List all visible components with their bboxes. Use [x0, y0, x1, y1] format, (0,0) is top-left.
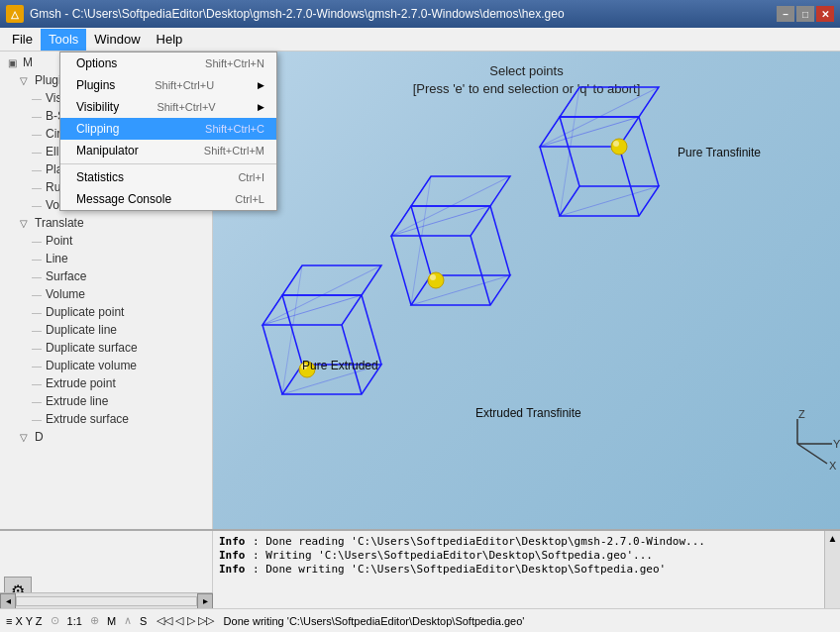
status-bar: ≡ X Y Z ⊙ 1:1 ⊕ M ∧ S ◁◁ ◁ ▷ ▷▷ Done wri… [0, 608, 840, 632]
scroll-up-arrow[interactable]: ▲ [828, 533, 838, 544]
log-label-2: Info [219, 549, 249, 562]
svg-line-39 [560, 87, 579, 216]
window-controls: – □ ✕ [777, 6, 834, 22]
svg-text:Y: Y [833, 438, 840, 450]
svg-line-31 [619, 147, 639, 216]
svg-text:X: X [829, 460, 837, 472]
nav-next[interactable]: ▷ [187, 614, 195, 626]
tree-item-volume2[interactable]: —Volume [0, 285, 212, 303]
menu-separator [60, 163, 276, 164]
cube-pure-transfinite [540, 87, 659, 216]
menu-bar: File Tools Window Help OptionsShift+Ctrl… [0, 28, 840, 52]
tree-item-dup-point[interactable]: —Duplicate point [0, 303, 212, 321]
axes-indicator: Y Z X [797, 408, 840, 472]
svg-line-22 [391, 176, 510, 236]
hscroll-track[interactable] [16, 596, 197, 606]
svg-line-8 [262, 265, 381, 325]
title-bar: △ Gmsh - C:\Users\SoftpediaEditor\Deskto… [0, 0, 840, 28]
svg-point-40 [611, 139, 627, 155]
menu-file[interactable]: File [4, 29, 41, 51]
tree-item-extrude-surface[interactable]: —Extrude surface [0, 410, 212, 428]
hscroll-left[interactable]: ◂ [0, 593, 16, 609]
tree-h-scrollbar[interactable]: ◂ ▸ [0, 592, 213, 608]
minimize-button[interactable]: – [777, 6, 794, 22]
menu-plugins[interactable]: PluginsShift+Ctrl+U [60, 74, 276, 96]
menu-help[interactable]: Help [149, 29, 191, 51]
window-title: Gmsh - C:\Users\SoftpediaEditor\Desktop\… [30, 7, 565, 21]
log-line-3: Info : Done writing 'C:\Users\SoftpediaE… [219, 563, 818, 576]
menu-manipulator[interactable]: ManipulatorShift+Ctrl+M [60, 140, 276, 161]
log-scrollbar[interactable]: ▲ [824, 531, 840, 608]
cube-pure-extruded [262, 265, 381, 394]
svg-point-41 [613, 141, 619, 147]
label-pure-extruded: Pure Extruded [302, 359, 378, 372]
canvas-area[interactable]: Select points [Press 'e' to end selectio… [213, 52, 840, 529]
log-content: Info : Done reading 'C:\Users\SoftpediaE… [213, 531, 824, 608]
svg-line-2 [262, 325, 282, 394]
svg-line-25 [411, 176, 431, 305]
status-sep1: ⊙ [51, 614, 59, 627]
tree-item-extrude-line[interactable]: —Extrude line [0, 392, 212, 410]
tree-item-dup-surface[interactable]: —Duplicate surface [0, 339, 212, 357]
svg-line-16 [391, 236, 411, 305]
status-sep2: ⊕ [90, 614, 99, 627]
log-label-3: Info [219, 563, 249, 576]
svg-marker-6 [282, 265, 381, 295]
close-button[interactable]: ✕ [816, 6, 834, 22]
menu-clipping[interactable]: ClippingShift+Ctrl+C [60, 118, 276, 140]
log-text-2: : Writing 'C:\Users\SoftpediaEditor\Desk… [253, 549, 653, 562]
viewport-svg: Y Z X [213, 52, 840, 529]
tools-dropdown: OptionsShift+Ctrl+N PluginsShift+Ctrl+U … [59, 52, 277, 211]
svg-line-32 [639, 117, 659, 186]
log-line-2: Info : Writing 'C:\Users\SoftpediaEditor… [219, 549, 818, 562]
label-pure-transfinite: Pure Transfinite [678, 146, 761, 159]
log-text-1: : Done reading 'C:\Users\SoftpediaEditor… [253, 535, 705, 548]
svg-line-7 [262, 295, 362, 325]
label-extruded-transfinite: Extruded Transfinite [475, 406, 581, 420]
svg-line-21 [391, 206, 490, 236]
tree-item-surface[interactable]: —Surface [0, 267, 212, 285]
status-zoom: 1:1 [67, 615, 82, 627]
menu-tools[interactable]: Tools [41, 29, 86, 51]
menu-statistics[interactable]: StatisticsCtrl+I [60, 166, 276, 188]
tree-item-dup-volume[interactable]: —Duplicate volume [0, 357, 212, 374]
maximize-button[interactable]: □ [796, 6, 814, 22]
tree-item-extrude-point[interactable]: —Extrude point [0, 374, 212, 392]
cube-extruded-transfinite [391, 176, 510, 305]
tree-item-point[interactable]: —Point [0, 232, 212, 250]
menu-window[interactable]: Window [86, 29, 148, 51]
nav-first[interactable]: ◁◁ [157, 614, 172, 626]
svg-line-4 [362, 295, 381, 365]
menu-message-console[interactable]: Message ConsoleCtrl+L [60, 188, 276, 210]
hscroll-right[interactable]: ▸ [197, 593, 213, 609]
svg-line-30 [540, 147, 560, 216]
svg-line-36 [540, 87, 659, 147]
nav-prev[interactable]: ◁ [175, 614, 183, 626]
status-text: Done writing 'C:\Users\SoftpediaEditor\D… [224, 615, 525, 627]
svg-point-27 [430, 274, 436, 280]
svg-line-24 [411, 275, 510, 305]
svg-text:Z: Z [798, 408, 805, 420]
tree-item-d[interactable]: ▽D [0, 428, 212, 446]
svg-marker-20 [411, 176, 510, 206]
tree-item-line[interactable]: —Line [0, 250, 212, 267]
menu-visibility[interactable]: VisibilityShift+Ctrl+V [60, 96, 276, 118]
log-label-1: Info [219, 535, 249, 548]
svg-marker-34 [560, 87, 659, 117]
status-nav: ◁◁ ◁ ▷ ▷▷ [157, 614, 213, 627]
tree-item-dup-line[interactable]: —Duplicate line [0, 321, 212, 339]
log-text-3: : Done writing 'C:\Users\SoftpediaEditor… [253, 563, 666, 576]
svg-line-17 [471, 236, 490, 305]
log-line-1: Info : Done reading 'C:\Users\SoftpediaE… [219, 535, 818, 548]
menu-options[interactable]: OptionsShift+Ctrl+N [60, 53, 276, 74]
status-sep3: ∧ [124, 614, 132, 627]
status-coords: ≡ X Y Z [6, 615, 43, 627]
svg-line-38 [560, 186, 659, 216]
svg-line-11 [282, 265, 302, 394]
svg-point-26 [428, 272, 444, 288]
nav-last[interactable]: ▷▷ [198, 614, 214, 626]
status-s: S [140, 615, 147, 627]
app-icon: △ [6, 5, 24, 23]
tree-item-translate[interactable]: ▽Translate [0, 214, 212, 232]
status-m: M [107, 615, 116, 627]
